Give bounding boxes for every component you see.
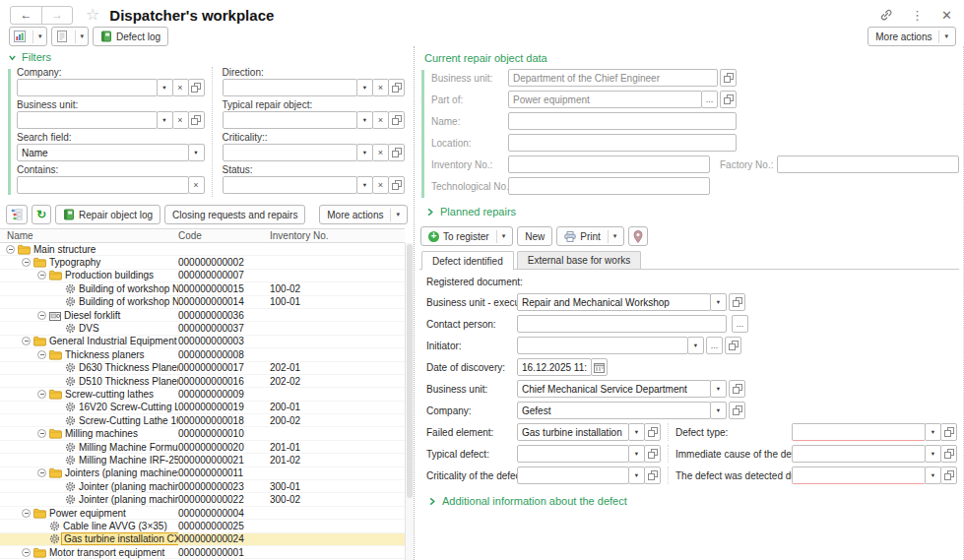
tree-row[interactable]: Gas turbine installation CX501..00000000… [0, 533, 405, 546]
link-icon[interactable] [879, 8, 893, 22]
inventory-no-field[interactable] [508, 156, 710, 173]
close-icon[interactable]: ✕ [941, 8, 952, 23]
dropdown-arrow-icon[interactable]: ▾ [157, 111, 173, 129]
tree-row[interactable]: Building of workshop No. 200000000001510… [0, 282, 405, 295]
open-icon[interactable] [188, 111, 205, 129]
filter-input[interactable]: ▾× [223, 79, 406, 96]
favorite-star-icon[interactable]: ☆ [86, 7, 99, 23]
filter-input[interactable]: × [17, 176, 205, 194]
dropdown-arrow-icon[interactable]: ▾ [710, 293, 727, 311]
filter-input[interactable]: ▾× [223, 144, 406, 161]
filter-input[interactable]: ▾× [17, 79, 205, 96]
dropdown-arrow-icon[interactable]: ▾ [628, 445, 645, 463]
open-icon[interactable] [388, 176, 405, 194]
tree-row[interactable]: Jointers (planing machines)000000000011 [0, 467, 405, 480]
tree-more-actions-button[interactable]: More actions ▾ [319, 205, 408, 224]
initiator-field[interactable]: ▾ [517, 337, 704, 354]
to-register-button[interactable]: + To register ▾ [420, 226, 513, 246]
kebab-menu-icon[interactable]: ⋮ [911, 8, 924, 23]
new-button[interactable]: New [517, 226, 552, 246]
collapse-expander-icon[interactable] [37, 350, 46, 359]
list-dropdown-button[interactable]: ▾ [51, 27, 90, 46]
dropdown-arrow-icon[interactable]: ▾ [687, 337, 704, 354]
tree-row[interactable]: Building of workshop No. 100000000001410… [0, 296, 405, 309]
dropdown-arrow-icon[interactable]: ▾ [356, 79, 373, 96]
forward-button[interactable]: → [41, 7, 72, 24]
clear-icon[interactable]: × [372, 111, 389, 129]
dropdown-arrow-icon[interactable]: ▾ [710, 402, 727, 419]
tab-defect-identified[interactable]: Defect identified [421, 251, 514, 270]
tree-row[interactable]: D630 Thickness Planer000000000017202-01 [0, 362, 405, 375]
additional-info-section[interactable]: Additional information about the defect [426, 488, 957, 513]
collapse-expander-icon[interactable] [22, 258, 31, 267]
open-icon[interactable] [188, 79, 205, 96]
dropdown-arrow-icon[interactable]: ▾ [628, 423, 645, 441]
collapse-expander-icon[interactable] [22, 509, 31, 518]
dropdown-arrow-icon[interactable]: ▾ [356, 176, 373, 194]
planned-repairs-section[interactable]: Planned repairs [419, 199, 959, 223]
collapse-expander-icon[interactable] [37, 311, 46, 320]
business-unit-open[interactable] [721, 69, 737, 87]
dropdown-arrow-icon[interactable]: ▾ [356, 111, 373, 129]
collapse-expander-icon[interactable] [22, 337, 31, 345]
dropdown-arrow-icon[interactable]: ▾ [925, 445, 941, 463]
tree-row[interactable]: Screw-Cutting Lathe 16V0..00000000001820… [0, 414, 405, 427]
closing-requests-button[interactable]: Closing requests and repairs [164, 205, 305, 224]
business-unit2-field[interactable]: Chief Mechanical Service Department▾ [517, 380, 727, 398]
factory-no-field[interactable] [777, 156, 959, 173]
ellipsis-button[interactable]: ... [701, 91, 718, 108]
clear-icon[interactable]: × [172, 111, 189, 129]
clear-icon[interactable]: × [372, 79, 389, 96]
report-dropdown-button[interactable]: ▾ [9, 27, 47, 46]
date-of-discovery-field[interactable]: 16.12.2025 11:31:12 [517, 358, 608, 376]
tree-row[interactable]: 16V20 Screw-Cutting Lathe000000000019200… [0, 402, 405, 414]
dropdown-arrow-icon[interactable]: ▾ [925, 467, 941, 484]
tree-column-headers[interactable]: Name Code Inventory No. [0, 228, 405, 243]
dropdown-arrow-icon[interactable]: ▾ [356, 144, 373, 161]
collapse-expander-icon[interactable] [37, 429, 46, 438]
open-icon[interactable] [940, 423, 957, 441]
clear-icon[interactable]: × [172, 79, 189, 96]
business-unit2-open[interactable] [730, 380, 745, 398]
filter-input[interactable]: Name▾ [17, 144, 205, 161]
tree-row[interactable]: Jointer (planing machine) ..000000000022… [0, 493, 405, 506]
more-actions-button[interactable]: More actions ▾ [868, 27, 956, 46]
criticality-field[interactable]: ▾ [517, 467, 661, 484]
print-button[interactable]: Print ▾ [556, 226, 624, 246]
part-of-field[interactable]: Power equipment... [508, 91, 718, 108]
clear-icon[interactable]: × [372, 144, 389, 161]
tree-row[interactable]: Milling machines000000000010 [0, 427, 405, 440]
column-header-inventory[interactable]: Inventory No. [270, 230, 405, 241]
tree-row[interactable]: Production buildings000000000007 [0, 270, 405, 282]
defect-log-button[interactable]: Defect log [93, 27, 168, 46]
contact-person-field[interactable] [517, 315, 727, 333]
dropdown-arrow-icon[interactable]: ▾ [710, 380, 727, 398]
initiator-ellipsis[interactable]: ... [707, 337, 723, 354]
collapse-expander-icon[interactable] [6, 245, 15, 254]
back-button[interactable]: ← [11, 7, 41, 24]
tree-row[interactable]: Diesel forklift000000000036 [0, 309, 405, 322]
tree-row[interactable]: Typography000000000002 [0, 256, 405, 269]
defect-type-field[interactable]: ▾ [792, 423, 957, 441]
collapse-expander-icon[interactable] [37, 390, 46, 399]
open-icon[interactable] [644, 467, 661, 484]
pin-button[interactable] [628, 226, 648, 246]
part-of-open[interactable] [721, 91, 737, 108]
immediate-cause-field[interactable]: ▾ [792, 445, 957, 463]
filter-input[interactable]: ▾× [223, 111, 406, 129]
tree-row[interactable]: Power equipment000000000004 [0, 507, 405, 520]
tree-row[interactable]: Milling Machine IRF-250000000000021201-0… [0, 454, 405, 467]
filter-input[interactable]: ▾× [17, 111, 205, 129]
column-header-name[interactable]: Name [0, 230, 178, 241]
tree-row[interactable]: Motor transport equipment000000000001 [0, 546, 405, 559]
open-icon[interactable] [388, 111, 405, 129]
tree-view-button[interactable] [6, 205, 28, 224]
location-field[interactable] [508, 134, 737, 152]
name-field[interactable] [508, 112, 737, 130]
tree-row[interactable]: Main structure [0, 243, 405, 256]
company-field[interactable]: Gefest▾ [517, 402, 727, 419]
executor-open[interactable] [730, 293, 745, 311]
dropdown-arrow-icon[interactable]: ▾ [157, 79, 173, 96]
open-icon[interactable] [388, 79, 405, 96]
technological-no-field[interactable] [508, 177, 710, 195]
